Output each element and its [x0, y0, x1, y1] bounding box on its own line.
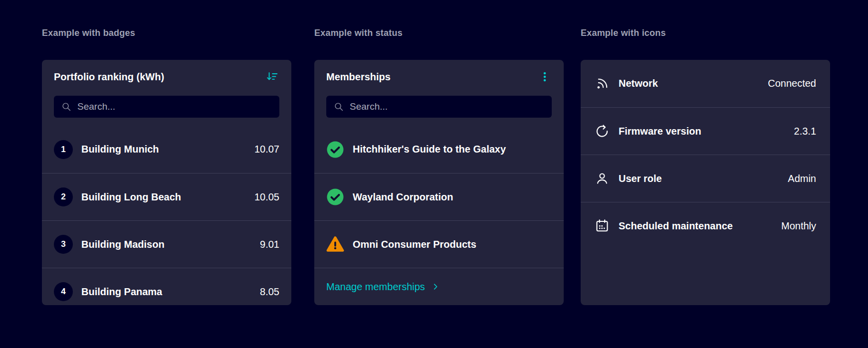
info-label: Scheduled maintenance	[619, 220, 772, 232]
manage-memberships-link[interactable]: Manage memberships	[326, 281, 440, 293]
table-row[interactable]: 4 Building Panama 8.05	[42, 268, 291, 305]
info-label: User role	[619, 173, 779, 184]
card-header: Memberships	[314, 60, 564, 90]
status-success-icon	[326, 188, 344, 206]
section-example-badges: Example with badges Portfolio ranking (k…	[42, 0, 291, 348]
card-title: Portfolio ranking (kWh)	[54, 71, 164, 83]
membership-name: Wayland Corporation	[353, 191, 552, 203]
device-info-card: Network Connected Firmware version 2.3.1	[581, 60, 830, 305]
table-row[interactable]: 2 Building Long Beach 10.05	[42, 173, 291, 220]
section-label: Example with status	[314, 28, 403, 38]
info-label: Network	[619, 78, 759, 89]
rank-badge: 2	[54, 187, 73, 206]
status-success-icon	[326, 141, 344, 159]
list-item: Firmware version 2.3.1	[581, 107, 830, 155]
search-icon	[61, 101, 72, 112]
portfolio-ranking-card: Portfolio ranking (kWh) 1 B	[42, 60, 291, 305]
section-example-icons: Example with icons Network Connected	[581, 0, 830, 348]
search-box	[326, 96, 552, 118]
card-footer: Manage memberships	[314, 268, 564, 305]
status-warning-icon	[326, 235, 344, 253]
search-icon	[333, 101, 344, 112]
rank-badge: 1	[54, 140, 73, 159]
table-row[interactable]: 1 Building Munich 10.07	[42, 126, 291, 173]
table-row[interactable]: 3 Building Madison 9.01	[42, 220, 291, 268]
building-value: 9.01	[260, 239, 279, 250]
membership-name: Hitchhiker's Guide to the Galaxy	[353, 144, 552, 155]
manage-memberships-label: Manage memberships	[326, 281, 425, 293]
device-info-list: Network Connected Firmware version 2.3.1	[581, 60, 830, 249]
list-item[interactable]: Wayland Corporation	[314, 173, 564, 220]
search-input[interactable]	[350, 101, 545, 112]
rank-badge: 4	[54, 282, 73, 301]
user-icon	[595, 171, 610, 186]
building-value: 10.05	[254, 191, 279, 203]
calendar-icon	[595, 218, 610, 233]
refresh-icon	[595, 124, 610, 139]
membership-name: Omni Consumer Products	[353, 239, 552, 250]
building-name: Building Panama	[81, 286, 251, 298]
info-label: Firmware version	[619, 126, 785, 137]
building-value: 8.05	[260, 286, 279, 298]
ranking-list: 1 Building Munich 10.07 2 Building Long …	[42, 126, 291, 305]
building-name: Building Madison	[81, 239, 251, 250]
sort-descending-icon	[265, 70, 278, 83]
chevron-right-icon	[431, 282, 440, 291]
sort-button[interactable]	[264, 69, 279, 84]
info-value: 2.3.1	[794, 126, 816, 137]
search-input[interactable]	[77, 101, 272, 112]
building-name: Building Munich	[81, 144, 246, 155]
info-value: Connected	[768, 78, 816, 89]
network-icon	[595, 76, 610, 91]
kebab-menu-button[interactable]	[538, 70, 552, 84]
kebab-menu-icon	[539, 71, 551, 83]
section-label: Example with badges	[42, 28, 135, 38]
rank-badge: 3	[54, 235, 73, 254]
card-title: Memberships	[326, 71, 391, 83]
info-value: Admin	[788, 173, 816, 184]
memberships-card: Memberships	[314, 60, 564, 305]
list-item: User role Admin	[581, 155, 830, 202]
info-value: Monthly	[781, 220, 816, 232]
list-item[interactable]: Hitchhiker's Guide to the Galaxy	[314, 126, 564, 173]
building-name: Building Long Beach	[81, 191, 246, 203]
search-box	[54, 96, 279, 118]
list-item: Scheduled maintenance Monthly	[581, 202, 830, 249]
list-item[interactable]: Omni Consumer Products	[314, 220, 564, 268]
list-item: Network Connected	[581, 60, 830, 107]
membership-list: Hitchhiker's Guide to the Galaxy Wayland…	[314, 126, 564, 268]
section-label: Example with icons	[581, 28, 666, 38]
building-value: 10.07	[254, 144, 279, 155]
section-example-status: Example with status Memberships	[314, 0, 564, 348]
card-header: Portfolio ranking (kWh)	[42, 60, 291, 90]
